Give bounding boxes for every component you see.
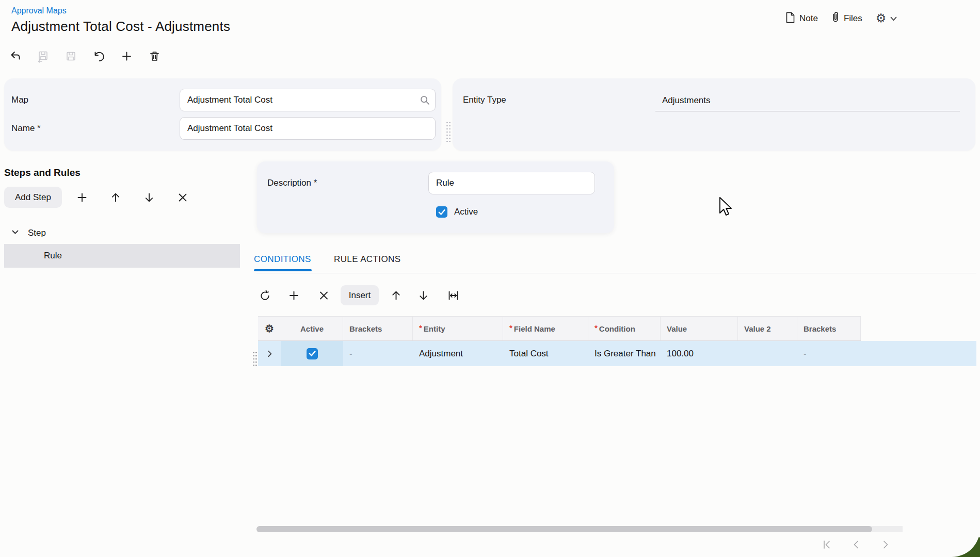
column-label: Value: [667, 324, 687, 333]
cell-value[interactable]: 100.00: [661, 341, 738, 366]
required-marker: *: [509, 323, 512, 332]
note-icon: [785, 12, 795, 25]
page-title: Adjustment Total Cost - Adjustments: [11, 19, 230, 35]
panel-splitter[interactable]: [446, 121, 451, 144]
description-label: Description *: [267, 178, 317, 188]
chevron-right-icon: [268, 351, 271, 356]
column-label: Brackets: [804, 324, 836, 333]
name-label: Name *: [11, 117, 41, 140]
column-header-value2[interactable]: Value 2: [738, 317, 797, 340]
record-toolbar: [8, 50, 161, 63]
tab-conditions[interactable]: CONDITIONS: [254, 254, 311, 265]
note-label: Note: [799, 13, 818, 24]
active-tab-underline: [254, 269, 312, 271]
required-marker: *: [595, 323, 598, 332]
horizontal-scrollbar-thumb[interactable]: [256, 526, 872, 532]
delete-row-icon[interactable]: [317, 289, 330, 302]
note-button[interactable]: Note: [785, 12, 818, 25]
cell-brackets-close[interactable]: -: [797, 341, 861, 366]
column-label: Condition: [599, 324, 635, 333]
cell-brackets-open[interactable]: -: [343, 341, 413, 366]
column-label: Active: [300, 324, 324, 333]
tab-rule-actions[interactable]: RULE ACTIONS: [334, 254, 401, 265]
map-label: Map: [11, 89, 28, 111]
row-up-icon[interactable]: [389, 289, 403, 302]
back-button[interactable]: [8, 50, 22, 63]
chevron-down-icon: [890, 14, 897, 23]
column-header-value[interactable]: Value: [661, 317, 738, 340]
map-input[interactable]: [180, 89, 436, 111]
column-header-brackets-close[interactable]: Brackets: [797, 317, 861, 340]
column-header-entity[interactable]: * Entity: [413, 317, 503, 340]
active-checkbox-row: Active: [436, 206, 478, 218]
paperclip-icon: [831, 11, 840, 25]
tabs-divider: [256, 273, 976, 273]
tree-rule-label: Rule: [44, 244, 62, 268]
column-header-active[interactable]: Active: [281, 317, 343, 340]
entity-type-value: Adjustments: [655, 90, 960, 111]
active-checkbox[interactable]: [436, 206, 447, 218]
first-page-icon[interactable]: [821, 538, 833, 551]
active-label: Active: [454, 207, 478, 217]
name-input[interactable]: [180, 117, 436, 140]
cell-filler: [861, 341, 976, 366]
move-down-icon[interactable]: [142, 191, 156, 204]
column-header-brackets[interactable]: Brackets: [343, 317, 413, 340]
fit-width-icon[interactable]: [446, 289, 460, 302]
conditions-grid-header: ⚙ Active Brackets * Entity * Field Name …: [258, 316, 861, 341]
move-up-icon[interactable]: [109, 191, 122, 204]
add-rule-icon[interactable]: [75, 191, 89, 204]
tree-node-step[interactable]: Step: [11, 227, 46, 239]
cell-value2[interactable]: [738, 341, 797, 366]
gear-icon: ⚙: [876, 12, 887, 24]
tree-grid-splitter[interactable]: [252, 351, 257, 367]
save-close-button[interactable]: [36, 50, 50, 63]
prev-page-icon[interactable]: [850, 538, 862, 551]
add-record-button[interactable]: [120, 50, 133, 63]
tree-node-rule-selected[interactable]: Rule: [4, 244, 240, 268]
files-label: Files: [844, 13, 862, 24]
row-down-icon[interactable]: [416, 289, 430, 302]
cell-active[interactable]: [281, 341, 343, 366]
grid-gear-icon: ⚙: [265, 323, 274, 334]
insert-button[interactable]: Insert: [341, 285, 379, 305]
grid-settings-button[interactable]: ⚙: [258, 317, 281, 340]
condition-table-row[interactable]: - Adjustment Total Cost Is Greater Than …: [258, 341, 976, 366]
map-form-panel: Map Name *: [4, 78, 441, 151]
required-marker: *: [419, 323, 422, 332]
entity-type-label: Entity Type: [463, 89, 506, 111]
column-label: Field Name: [514, 324, 555, 333]
undo-icon[interactable]: [92, 50, 105, 63]
cell-entity[interactable]: Adjustment: [413, 341, 503, 366]
add-step-button[interactable]: Add Step: [4, 187, 62, 208]
search-icon[interactable]: [420, 95, 430, 107]
delete-step-icon[interactable]: [176, 191, 189, 204]
header-actions: Note Files ⚙: [785, 11, 897, 25]
save-button[interactable]: [64, 50, 77, 63]
add-row-icon[interactable]: [287, 289, 300, 302]
tree-step-label: Step: [28, 228, 46, 238]
files-button[interactable]: Files: [831, 11, 862, 25]
cell-field-name[interactable]: Total Cost: [503, 341, 588, 366]
page-rounded-corner: [903, 508, 980, 557]
column-header-field-name[interactable]: * Field Name: [503, 317, 588, 340]
delete-record-button[interactable]: [148, 50, 161, 63]
rule-detail-panel: Description * Active: [257, 161, 614, 233]
refresh-icon[interactable]: [258, 289, 271, 302]
column-label: Entity: [424, 324, 445, 333]
column-label: Brackets: [349, 324, 382, 333]
steps-and-rules-heading: Steps and Rules: [4, 167, 81, 178]
cell-condition[interactable]: Is Greater Than: [588, 341, 661, 366]
next-page-icon[interactable]: [879, 538, 892, 551]
settings-menu-button[interactable]: ⚙: [876, 12, 897, 24]
row-expander[interactable]: [258, 341, 281, 366]
entity-type-panel: Entity Type Adjustments: [453, 78, 975, 151]
chevron-expanded-icon: [11, 228, 19, 238]
description-input[interactable]: [428, 172, 595, 194]
steps-toolbar: Add Step: [4, 187, 189, 208]
mouse-cursor: [718, 196, 734, 220]
column-label: Value 2: [744, 324, 771, 333]
row-active-checkbox[interactable]: [307, 348, 318, 359]
column-header-condition[interactable]: * Condition: [588, 317, 661, 340]
breadcrumb[interactable]: Approval Maps: [11, 6, 67, 15]
